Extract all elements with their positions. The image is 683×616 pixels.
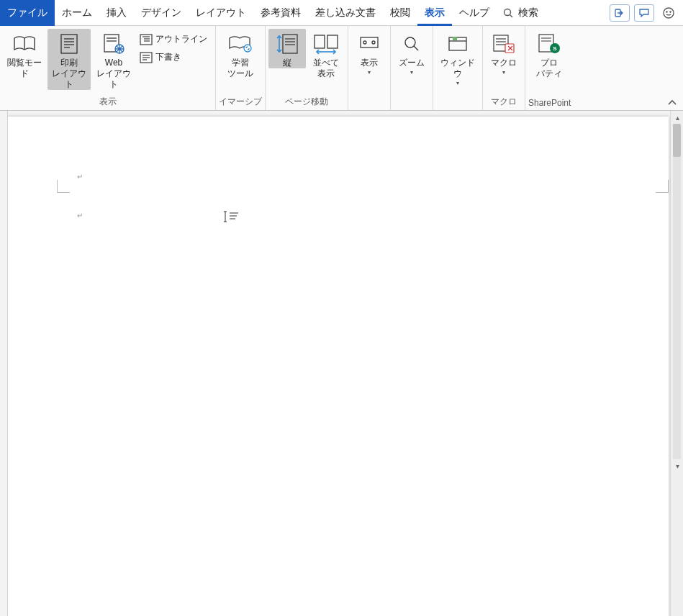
- face-feedback-button[interactable]: [659, 3, 679, 23]
- smile-icon: [661, 6, 676, 20]
- tab-review[interactable]: 校閲: [383, 0, 417, 26]
- svg-rect-29: [315, 35, 325, 48]
- ribbon-group-zoom-label: [394, 107, 430, 110]
- btn-macro-label: マクロ: [491, 58, 517, 68]
- scroll-up-button[interactable]: ▴: [671, 111, 683, 124]
- btn-zoom-label: ズーム: [399, 58, 425, 68]
- btn-property-label: プロ パティ: [536, 58, 562, 79]
- svg-point-32: [363, 41, 366, 44]
- svg-rect-38: [453, 37, 457, 40]
- ribbon-group-macro-label: マクロ: [486, 94, 522, 110]
- svg-rect-7: [61, 35, 77, 53]
- btn-draft-label: 下書き: [155, 51, 181, 63]
- btn-draft[interactable]: 下書き: [137, 50, 210, 65]
- vertical-icon: [273, 32, 302, 56]
- outline-icon: [140, 34, 153, 45]
- tab-view[interactable]: 表示: [417, 0, 452, 26]
- btn-property[interactable]: S プロ パティ: [528, 29, 570, 79]
- margin-corner-top-left: [57, 180, 70, 193]
- svg-line-1: [510, 14, 513, 17]
- btn-print-layout-label: 印刷 レイアウト: [49, 58, 89, 90]
- draft-icon: [140, 52, 153, 63]
- zoom-icon: [397, 32, 426, 56]
- margin-corner-top-right: [656, 180, 669, 193]
- macro-icon: [489, 32, 518, 56]
- chevron-up-icon: [667, 99, 677, 107]
- ribbon-group-immersive-label: イマーシブ: [219, 94, 262, 110]
- btn-learning-tools[interactable]: 学習 ツール: [219, 29, 262, 79]
- tab-layout[interactable]: レイアウト: [189, 0, 253, 26]
- side-by-side-icon: [312, 32, 340, 56]
- svg-rect-30: [327, 35, 338, 48]
- ribbon-group-show: 表示 ▾: [348, 26, 391, 110]
- tab-mailings[interactable]: 差し込み文書: [308, 0, 383, 26]
- share-button[interactable]: [610, 4, 630, 22]
- btn-show-dropdown[interactable]: 表示 ▾: [351, 29, 387, 76]
- btn-macro-dropdown[interactable]: マクロ ▾: [486, 29, 522, 76]
- svg-point-34: [405, 37, 415, 47]
- share-icon: [614, 7, 625, 19]
- scroll-track[interactable]: [673, 124, 681, 459]
- search-icon: [502, 7, 514, 19]
- ribbon-group-view: 閲覧モード 印刷 レイアウト Web レイアウト アウ: [0, 26, 216, 110]
- ribbon: 閲覧モード 印刷 レイアウト Web レイアウト アウ: [0, 26, 683, 111]
- ribbon-group-show-label: [351, 107, 387, 110]
- ribbon-collapse-button[interactable]: [661, 96, 683, 110]
- tab-file[interactable]: ファイル: [0, 0, 55, 26]
- print-layout-icon: [55, 32, 83, 56]
- ribbon-group-view-label: 表示: [3, 94, 212, 110]
- btn-vertical-label: 縦: [283, 58, 291, 68]
- tab-design[interactable]: デザイン: [134, 0, 189, 26]
- learning-tools-icon: [226, 32, 255, 56]
- chevron-up-icon: ▴: [676, 114, 679, 122]
- btn-zoom-dropdown[interactable]: ズーム ▾: [394, 29, 430, 76]
- svg-rect-36: [449, 37, 466, 50]
- page-viewport[interactable]: ↵ ↵: [8, 111, 670, 616]
- search-label: 検索: [518, 6, 538, 19]
- comments-button[interactable]: [634, 4, 654, 22]
- svg-line-35: [414, 46, 418, 50]
- btn-web-layout[interactable]: Web レイアウト: [92, 29, 135, 90]
- comment-icon: [638, 7, 650, 19]
- read-mode-icon: [10, 32, 39, 56]
- ribbon-group-macro: マクロ ▾ マクロ: [483, 26, 525, 110]
- btn-window-dropdown[interactable]: ウィンドウ ▾: [436, 29, 479, 87]
- menu-bar: ファイル ホーム 挿入 デザイン レイアウト 参考資料 差し込み文書 校閲 表示…: [0, 0, 683, 26]
- ribbon-group-sharepoint: S プロ パティ SharePoint: [525, 26, 574, 110]
- document-page[interactable]: ↵ ↵: [8, 117, 669, 616]
- btn-read-mode-label: 閲覧モード: [4, 58, 45, 79]
- paragraph-mark: ↵: [77, 173, 83, 181]
- btn-outline-label: アウトライン: [155, 33, 207, 45]
- paragraph-mark: ↵: [77, 212, 83, 219]
- svg-rect-16: [140, 35, 152, 45]
- btn-outline[interactable]: アウトライン: [137, 32, 210, 47]
- tab-references[interactable]: 参考資料: [253, 0, 308, 26]
- btn-read-mode[interactable]: 閲覧モード: [3, 29, 46, 79]
- tab-home[interactable]: ホーム: [55, 0, 99, 26]
- left-gutter: [0, 111, 8, 616]
- vertical-scrollbar[interactable]: ▴ ▾: [670, 111, 683, 616]
- chevron-down-icon: ▾: [410, 69, 413, 76]
- ribbon-group-sharepoint-label: SharePoint: [528, 96, 571, 110]
- web-layout-icon: [99, 32, 128, 56]
- ribbon-group-zoom: ズーム ▾: [391, 26, 433, 110]
- scroll-down-button[interactable]: ▾: [671, 459, 683, 472]
- scroll-thumb[interactable]: [673, 124, 681, 157]
- svg-point-3: [664, 8, 674, 18]
- svg-point-33: [372, 41, 375, 44]
- btn-vertical[interactable]: 縦: [268, 29, 306, 68]
- text-cursor-icon: [222, 210, 240, 223]
- ribbon-group-page-move-label: ページ移動: [268, 94, 345, 110]
- tab-insert[interactable]: 挿入: [99, 0, 134, 26]
- btn-learning-tools-label: 学習 ツール: [227, 58, 253, 79]
- tab-help[interactable]: ヘルプ: [452, 0, 497, 26]
- ribbon-group-immersive: 学習 ツール イマーシブ: [216, 26, 266, 110]
- btn-web-layout-label: Web レイアウト: [94, 58, 134, 90]
- search-box[interactable]: 検索: [497, 6, 544, 19]
- svg-text:S: S: [553, 45, 557, 52]
- sharepoint-icon: S: [535, 32, 564, 56]
- btn-side-by-side[interactable]: 並べて 表示: [307, 29, 345, 79]
- btn-print-layout[interactable]: 印刷 レイアウト: [48, 29, 91, 90]
- chevron-down-icon: ▾: [676, 462, 679, 470]
- svg-point-5: [670, 11, 671, 12]
